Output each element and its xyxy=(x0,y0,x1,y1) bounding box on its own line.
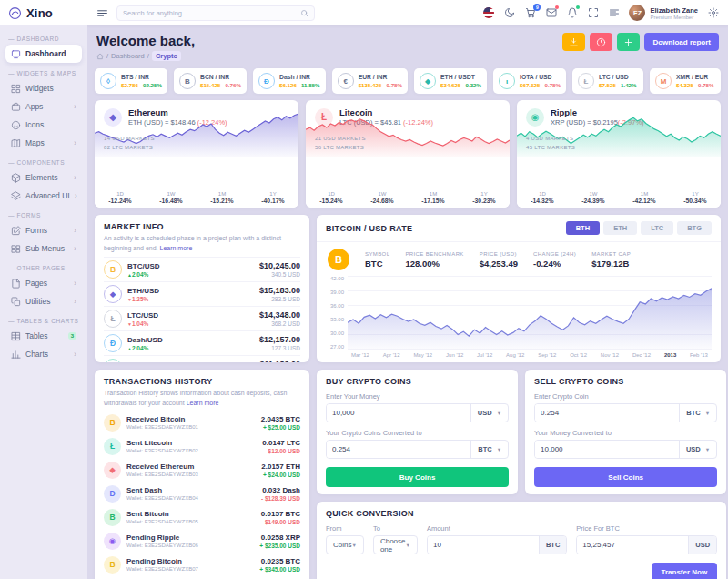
transaction-row: ◉ Pending RippleWallet: E3E2SDAEYWZXB06 … xyxy=(104,529,300,553)
ticker-change: -02.25% xyxy=(141,82,162,88)
maps-icon xyxy=(11,138,21,148)
conversion-from-select[interactable]: Coins▼ xyxy=(326,535,364,554)
page-title: Welcome back, xyxy=(96,33,195,48)
tab-ltc[interactable]: LTC xyxy=(641,221,673,235)
user-role: Premium Member xyxy=(650,15,698,20)
buy-converted-input[interactable] xyxy=(327,441,470,458)
sidebar-item-charts[interactable]: Charts › xyxy=(5,345,82,363)
elements-icon xyxy=(11,173,21,183)
market-row: ◆ ETH/USD1.25% $15,183.00283.5 USD xyxy=(104,281,300,306)
right-panel-button[interactable] xyxy=(608,7,620,19)
sell-crypto-card: SELL CRYPTO COINS Enter Crypto Coin BTC▼… xyxy=(525,370,726,494)
ticker-change: -0.78% xyxy=(384,82,402,88)
metric-change-24h: CHANGE (24H)-0.24% xyxy=(533,251,576,269)
chevron-right-icon: › xyxy=(74,139,76,147)
eur-coin-icon: € xyxy=(338,73,354,89)
sidebar-item-dashboard[interactable]: Dashboard xyxy=(5,45,82,63)
tab-btg[interactable]: BTG xyxy=(677,221,712,235)
ticker-card-eth-usdt: ◆ ETH / USDT $34.625-0.32% xyxy=(414,68,487,94)
sidebar-item-pages[interactable]: Pages › xyxy=(5,274,82,292)
chevron-down-icon: ▼ xyxy=(497,447,501,452)
sidebar: Xino DASHBOARD Dashboard WIDGETS & MAPS … xyxy=(0,0,87,579)
sidebar-item-sub-menus[interactable]: Sub Menus › xyxy=(5,239,82,258)
buy-title: BUY CRYPTO COINS xyxy=(326,377,509,386)
learn-more-link[interactable]: Learn more xyxy=(187,400,219,406)
sidebar-item-tables[interactable]: Tables 3 xyxy=(5,327,82,345)
breadcrumb-current: Crypto xyxy=(152,51,181,61)
history-button[interactable] xyxy=(590,33,612,51)
ltc-coin-icon: Ł xyxy=(578,73,594,89)
home-icon[interactable] xyxy=(96,53,104,60)
transaction-row: B Received BitcoinWallet: E3E2SDAEYWZXB0… xyxy=(104,411,300,434)
conversion-price-input[interactable] xyxy=(577,536,688,554)
ticker-card-dash-inr: Đ Dash / INR $6.126-11.85% xyxy=(253,68,326,94)
icons-icon xyxy=(11,120,21,130)
buy-coins-button[interactable]: Buy Coins xyxy=(326,467,509,487)
layers-icon xyxy=(11,191,21,201)
sidebar-item-apps[interactable]: Apps › xyxy=(5,97,82,116)
messages-alert-dot xyxy=(555,5,559,9)
ticker-row: ◊ BTS / INR $2.786-02.25% B BCN / INR $1… xyxy=(95,68,721,94)
brand-name: Xino xyxy=(26,6,53,20)
transfer-now-button[interactable]: Transfer Now xyxy=(652,563,718,579)
expand-icon xyxy=(588,7,599,18)
brand-logo[interactable]: Xino xyxy=(0,0,87,25)
sidebar-item-utilities[interactable]: Utilities › xyxy=(5,292,82,310)
tables-icon xyxy=(11,331,21,341)
conversion-to-select[interactable]: Choose one▼ xyxy=(373,535,418,554)
user-menu[interactable]: EZ Elizabeth Zane Premium Member xyxy=(629,5,698,21)
menu-toggle-icon[interactable] xyxy=(96,7,108,19)
transactions-history-card: TRANSACTIONS HISTORY Transaction History… xyxy=(95,370,309,579)
sidebar-item-forms[interactable]: Forms › xyxy=(5,221,82,239)
sidebar-item-icons[interactable]: Icons xyxy=(5,116,82,134)
market-row: B BTC/USD2.04% $10,245.00340.5 USD xyxy=(104,257,300,281)
btc-usd-rate-card: BITCOIN / USD RATE BTH ETH LTC BTG B SYM… xyxy=(317,215,721,362)
plus-icon xyxy=(623,37,633,47)
search-icon[interactable] xyxy=(300,9,308,17)
cart-button[interactable]: 9 xyxy=(524,7,536,19)
add-button[interactable] xyxy=(617,33,640,51)
language-flag-button[interactable] xyxy=(482,7,494,19)
sell-money-input[interactable] xyxy=(535,441,679,458)
download-report-button[interactable]: Download report xyxy=(644,33,719,51)
ripple-card: ◉ Ripple XRP (USD) = $0.2195(-2.97%) 4 U… xyxy=(517,100,721,208)
eth-coin-icon: ◆ xyxy=(420,73,436,89)
sell-currency-select[interactable]: USD▼ xyxy=(679,441,716,458)
sidebar-item-widgets[interactable]: Widgets xyxy=(5,79,82,97)
notifications-button[interactable] xyxy=(566,7,578,19)
messages-button[interactable] xyxy=(545,7,557,19)
buy-currency-select[interactable]: USD▼ xyxy=(470,404,508,422)
settings-button[interactable] xyxy=(707,7,719,19)
xrp-coin-icon: ◉ xyxy=(104,533,121,550)
buy-coin-select[interactable]: BTC▼ xyxy=(470,441,508,458)
export-button[interactable] xyxy=(562,33,585,51)
search-input[interactable] xyxy=(123,9,297,17)
breadcrumb-section[interactable]: Dashboard xyxy=(111,52,145,60)
buy-money-input[interactable] xyxy=(327,404,470,422)
tab-bth[interactable]: BTH xyxy=(566,221,600,235)
chevron-right-icon: › xyxy=(74,350,76,359)
sidebar-item-advanced-ui[interactable]: Advanced UI › xyxy=(5,187,82,205)
sidebar-item-elements[interactable]: Elements › xyxy=(5,168,82,187)
dark-mode-button[interactable] xyxy=(503,7,515,19)
notifications-alert-dot xyxy=(576,5,580,9)
sidebar-section-components: COMPONENTS xyxy=(8,159,79,166)
bts-coin-icon: ◊ xyxy=(100,73,116,89)
tables-badge: 3 xyxy=(68,332,76,340)
quick-conversion-card: QUICK CONVERSION From Coins▼ To Choose o… xyxy=(317,502,726,579)
conversion-amount-input[interactable] xyxy=(428,536,539,554)
learn-more-link[interactable]: Learn more xyxy=(160,245,193,251)
transaction-row: Đ Sent DashWallet: E3E2SDAEYWZXB04 0.032… xyxy=(104,482,300,505)
chevron-right-icon: › xyxy=(74,227,76,235)
tab-eth[interactable]: ETH xyxy=(603,221,637,235)
sell-coin-input[interactable] xyxy=(535,404,679,422)
ticker-card-eur-inr: € EUR / INR $135.425-0.78% xyxy=(332,68,408,94)
sidebar-item-maps[interactable]: Maps › xyxy=(5,134,82,152)
btc-coin-icon: B xyxy=(104,359,122,362)
pages-icon xyxy=(11,279,21,289)
charts-icon xyxy=(11,350,21,360)
sell-coin-select[interactable]: BTC▼ xyxy=(679,404,716,422)
sell-coins-button[interactable]: Sell Coins xyxy=(534,467,717,487)
chevron-right-icon: › xyxy=(75,192,77,200)
fullscreen-button[interactable] xyxy=(587,7,599,19)
